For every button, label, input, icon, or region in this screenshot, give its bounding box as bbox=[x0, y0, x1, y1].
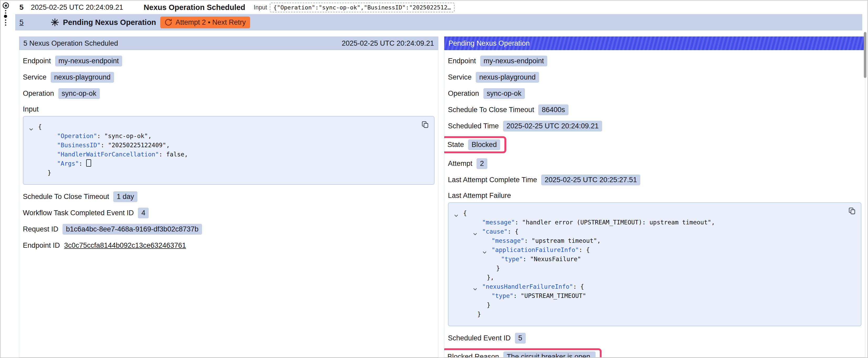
timeline-node-icon bbox=[3, 2, 9, 9]
json-key: "Args" bbox=[57, 160, 79, 167]
code-line: } bbox=[23, 168, 434, 177]
json-token: : bbox=[515, 219, 522, 226]
last-attempt-failure-label: Last Attempt Failure bbox=[448, 192, 862, 200]
input-preview-chip[interactable]: {"Operation":"sync-op-ok","BusinessID":"… bbox=[270, 3, 455, 12]
field-label: Scheduled Time bbox=[448, 122, 499, 130]
code-line: "type": "UPSTREAM_TIMEOUT" bbox=[448, 291, 861, 300]
event-title: Nexus Operation Scheduled bbox=[144, 3, 245, 12]
field-last-attempt-complete-time: Last Attempt Complete Time 2025-02-25 UT… bbox=[448, 174, 862, 186]
json-token: "handler error (UPSTREAM_TIMEOUT): upstr… bbox=[522, 219, 711, 226]
scheduled-panel-body: Endpoint my-nexus-endpoint Service nexus… bbox=[19, 50, 438, 357]
field-label: Operation bbox=[448, 90, 479, 98]
schedule-to-close-chip: 1 day bbox=[113, 191, 137, 202]
json-token: : { bbox=[579, 247, 590, 253]
field-schedule-to-close: Schedule To Close Timeout 86400s bbox=[448, 104, 862, 116]
copy-icon[interactable] bbox=[848, 206, 856, 216]
wft-completed-chip: 4 bbox=[138, 207, 149, 218]
field-label: Attempt bbox=[448, 160, 472, 168]
json-token: } bbox=[48, 169, 51, 176]
pending-operation-panel: Pending Nexus Operation Endpoint my-nexu… bbox=[444, 36, 865, 357]
json-token: , bbox=[711, 219, 715, 226]
attempt-retry-badge: Attempt 2 • Next Retry bbox=[160, 17, 250, 28]
json-token: , bbox=[184, 151, 188, 158]
json-token: { bbox=[38, 123, 42, 130]
endpoint-value-chip: my-nexus-endpoint bbox=[480, 56, 548, 66]
field-label: State bbox=[447, 141, 464, 149]
field-label: Operation bbox=[23, 90, 54, 98]
json-token: }, bbox=[487, 274, 494, 281]
field-attempt: Attempt 2 bbox=[448, 158, 862, 169]
request-id-chip: b1c6a4bc-8ee7-468a-9169-df3b02c8737b bbox=[63, 224, 202, 235]
temporal-event-history-page: 5 2025-02-25 UTC 20:24:09.21 Nexus Opera… bbox=[0, 0, 868, 358]
pending-panel-title: Pending Nexus Operation bbox=[448, 39, 530, 47]
json-token: , bbox=[166, 142, 170, 149]
timeline-dotted-connector bbox=[5, 20, 6, 26]
field-label: Endpoint bbox=[448, 57, 476, 65]
json-key: "HandlerWaitForCancellation" bbox=[57, 151, 159, 158]
nexus-asterisk-icon bbox=[51, 18, 59, 27]
field-endpoint-id: Endpoint ID 3c0c75ccfa8144b092c13ce63246… bbox=[23, 239, 435, 252]
service-value-chip: nexus-playground bbox=[476, 72, 539, 83]
code-line: "cause": { bbox=[448, 227, 861, 236]
field-blocked-reason: Blocked Reason The circuit breaker is op… bbox=[448, 348, 862, 357]
field-service: Service nexus-playground bbox=[23, 71, 435, 83]
scheduled-time-chip: 2025-02-25 UTC 20:24:09.21 bbox=[503, 121, 602, 131]
code-line: "nexusHandlerFailureInfo": { bbox=[448, 282, 861, 291]
event-input-label: Input bbox=[254, 4, 267, 11]
field-scheduled-event-id: Scheduled Event ID 5 bbox=[448, 332, 862, 344]
endpoint-id-link[interactable]: 3c0c75ccfa8144b092c13ce632463761 bbox=[64, 241, 186, 250]
service-value-chip: nexus-playground bbox=[51, 72, 114, 83]
json-token: : bbox=[97, 133, 104, 139]
code-line: "type": "NexusFailure" bbox=[448, 255, 861, 264]
code-line: "applicationFailureInfo": { bbox=[448, 246, 861, 255]
copy-icon[interactable] bbox=[421, 120, 429, 130]
field-service: Service nexus-playground bbox=[448, 71, 862, 83]
pending-event-id-link[interactable]: 5 bbox=[20, 18, 24, 27]
json-token: "UPSTREAM_TIMEOUT" bbox=[521, 292, 586, 299]
json-token: : { bbox=[573, 283, 584, 290]
code-line: "Args": bbox=[23, 159, 434, 168]
json-key: "message" bbox=[482, 219, 515, 226]
field-label: Schedule To Close Timeout bbox=[23, 193, 109, 201]
field-scheduled-time: Scheduled Time 2025-02-25 UTC 20:24:09.2… bbox=[448, 120, 862, 132]
blocked-reason-chip: The circuit breaker is open. bbox=[503, 352, 596, 357]
json-key: "Operation" bbox=[57, 133, 97, 139]
code-line: }, bbox=[448, 273, 861, 282]
timeline-solid-dot bbox=[4, 15, 7, 18]
pending-operation-row[interactable]: 5 Pending Nexus Operation Attempt 2 • Ne… bbox=[15, 14, 862, 30]
field-label: Endpoint ID bbox=[23, 241, 60, 250]
scheduled-panel-header: 5 Nexus Operation Scheduled 2025-02-25 U… bbox=[19, 36, 438, 50]
json-token: : { bbox=[507, 228, 519, 235]
field-schedule-to-close: Schedule To Close Timeout 1 day bbox=[23, 191, 435, 203]
code-line: { bbox=[23, 122, 434, 131]
event-id[interactable]: 5 bbox=[20, 3, 24, 11]
json-token: } bbox=[487, 301, 491, 308]
endpoint-value-chip: my-nexus-endpoint bbox=[55, 56, 122, 66]
json-token: { bbox=[463, 210, 467, 217]
json-key: "type" bbox=[501, 256, 523, 262]
field-state: State Blocked bbox=[448, 136, 862, 153]
blocked-reason-annotation-highlight: Blocked Reason The circuit breaker is op… bbox=[444, 348, 601, 357]
json-token: false bbox=[166, 151, 184, 158]
scheduled-event-panel: 5 Nexus Operation Scheduled 2025-02-25 U… bbox=[19, 36, 438, 357]
json-token: : bbox=[523, 256, 530, 262]
json-token: } bbox=[496, 265, 500, 272]
timeline-dotted-connector bbox=[5, 10, 6, 14]
code-line: "Operation": "sync-op-ok", bbox=[23, 131, 434, 141]
field-request-id: Request ID b1c6a4bc-8ee7-468a-9169-df3b0… bbox=[23, 223, 435, 235]
json-token: "NexusFailure" bbox=[530, 256, 581, 262]
scrollbar-thumb[interactable] bbox=[864, 32, 866, 78]
field-label: Last Attempt Complete Time bbox=[448, 176, 537, 184]
json-key: "cause" bbox=[482, 228, 507, 235]
code-line: } bbox=[448, 310, 861, 319]
event-row-scheduled[interactable]: 5 2025-02-25 UTC 20:24:09.21 Nexus Opera… bbox=[15, 1, 862, 14]
last-attempt-complete-chip: 2025-02-25 UTC 20:25:27.51 bbox=[541, 174, 640, 185]
json-token: "20250225122409" bbox=[108, 142, 166, 149]
code-line: { bbox=[448, 209, 861, 218]
code-line: } bbox=[448, 300, 861, 310]
json-token: : bbox=[159, 151, 166, 158]
pending-operation-title: Pending Nexus Operation bbox=[63, 18, 156, 27]
scheduled-panel-title: 5 Nexus Operation Scheduled bbox=[23, 39, 118, 47]
json-key: "type" bbox=[492, 292, 513, 299]
field-label: Endpoint bbox=[23, 57, 51, 65]
